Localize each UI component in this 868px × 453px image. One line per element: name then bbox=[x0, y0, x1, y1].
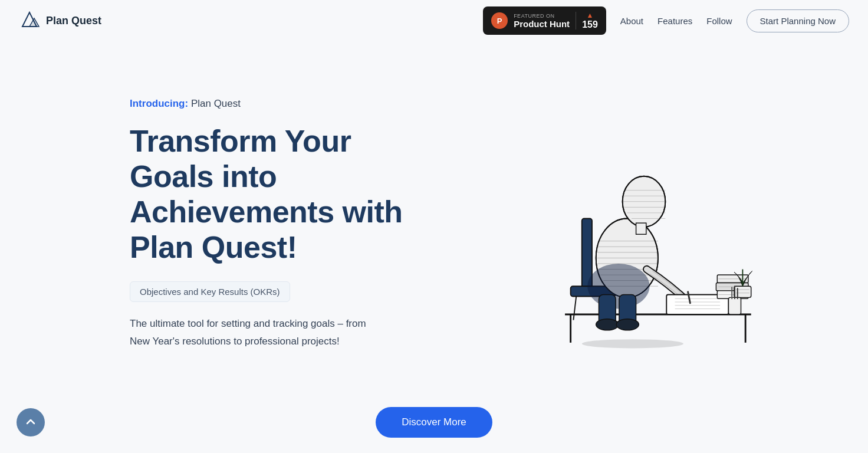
hero-illustration bbox=[502, 94, 785, 354]
nav-about[interactable]: About bbox=[620, 16, 643, 26]
hero-left: Introducing: Plan Quest Transform Your G… bbox=[130, 98, 436, 350]
mountain-icon bbox=[19, 10, 40, 31]
introducing-text: Introducing: Plan Quest bbox=[130, 98, 436, 110]
logo-text: Plan Quest bbox=[46, 15, 101, 27]
ph-divider bbox=[576, 12, 576, 29]
okr-badge: Objectives and Key Results (OKRs) bbox=[130, 281, 290, 302]
svg-rect-28 bbox=[636, 223, 646, 234]
svg-rect-42 bbox=[734, 286, 751, 297]
ph-count-area: ▲ 159 bbox=[582, 11, 598, 30]
producthunt-logo: P bbox=[491, 12, 508, 29]
scroll-to-top-button[interactable] bbox=[17, 408, 45, 436]
svg-point-51 bbox=[596, 319, 619, 330]
svg-point-53 bbox=[582, 339, 683, 348]
discover-more-button[interactable]: Discover More bbox=[376, 407, 492, 438]
featured-on-label: FEATURED ON bbox=[514, 13, 570, 19]
hero-section: Introducing: Plan Quest Transform Your G… bbox=[0, 41, 868, 395]
ph-vote-count: 159 bbox=[582, 19, 598, 30]
svg-rect-45 bbox=[728, 297, 741, 314]
hero-description: The ultimate tool for setting and tracki… bbox=[130, 315, 383, 350]
product-hunt-name: Product Hunt bbox=[514, 19, 570, 29]
logo-area[interactable]: Plan Quest bbox=[19, 10, 101, 31]
product-hunt-text: FEATURED ON Product Hunt bbox=[514, 13, 570, 29]
svg-line-7 bbox=[573, 296, 576, 320]
introducing-highlight: Introducing: bbox=[130, 98, 188, 109]
arrow-up-icon bbox=[24, 416, 37, 429]
upvote-arrow-icon: ▲ bbox=[587, 11, 594, 19]
nav-features[interactable]: Features bbox=[657, 16, 692, 26]
svg-point-29 bbox=[587, 264, 649, 309]
desk-illustration-svg bbox=[502, 94, 785, 354]
svg-point-52 bbox=[616, 319, 639, 330]
nav-right: P FEATURED ON Product Hunt ▲ 159 About F… bbox=[483, 6, 849, 35]
introducing-app-name: Plan Quest bbox=[191, 98, 241, 109]
svg-marker-1 bbox=[29, 18, 39, 27]
hero-title: Transform Your Goals into Achievements w… bbox=[130, 124, 436, 265]
start-planning-button[interactable]: Start Planning Now bbox=[747, 9, 849, 32]
discover-section: Discover More bbox=[0, 395, 868, 453]
navbar: Plan Quest P FEATURED ON Product Hunt ▲ … bbox=[0, 0, 868, 41]
nav-follow[interactable]: Follow bbox=[706, 16, 732, 26]
product-hunt-badge[interactable]: P FEATURED ON Product Hunt ▲ 159 bbox=[483, 6, 606, 35]
